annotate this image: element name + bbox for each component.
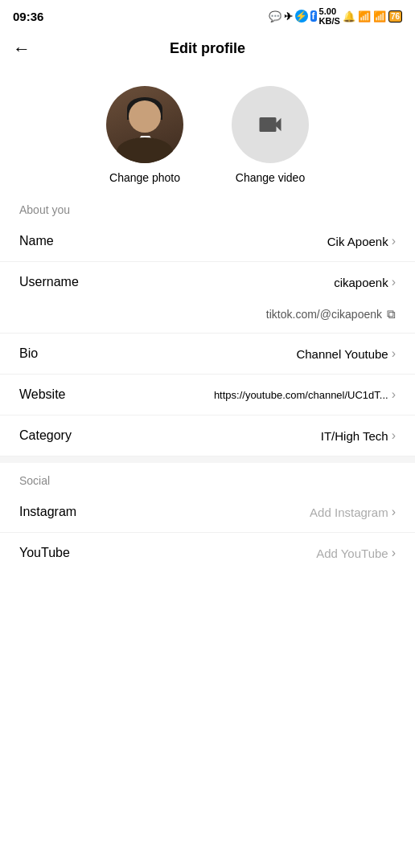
header: ← Edit profile [0, 31, 415, 67]
change-photo-button[interactable]: Change photo [106, 86, 183, 184]
category-chevron: › [392, 428, 396, 443]
youtube-placeholder: Add YouTube [316, 547, 388, 560]
notification-icon: 🔔 [343, 10, 355, 23]
social-section-label: Social [0, 463, 415, 492]
category-value-group: IT/High Tech › [321, 428, 396, 443]
signal-icon: 📶 [373, 10, 386, 23]
status-bar-left: 09:36 [13, 10, 43, 23]
facebook-icon: f [310, 10, 317, 22]
instagram-row[interactable]: Instagram Add Instagram › [0, 492, 415, 533]
website-chevron: › [392, 387, 396, 402]
category-label: Category [19, 428, 72, 443]
name-row[interactable]: Name Cik Apoenk › [0, 221, 415, 262]
tiktok-link: tiktok.com/@cikapoenk ⧉ [266, 307, 396, 321]
wifi-icon: 📶 [358, 10, 371, 23]
username-label: Username [19, 275, 79, 289]
body [117, 137, 173, 163]
name-value: Cik Apoenk [327, 235, 388, 248]
name-label: Name [19, 234, 54, 248]
username-row[interactable]: Username cikapoenk › [0, 262, 415, 302]
telegram-icon: ✈ [284, 10, 293, 23]
name-value-group: Cik Apoenk › [327, 234, 396, 248]
username-value: cikapoenk [334, 276, 388, 289]
category-value: IT/High Tech [321, 429, 388, 443]
copy-icon: ⧉ [387, 307, 396, 321]
youtube-label: YouTube [19, 546, 70, 560]
youtube-row[interactable]: YouTube Add YouTube › [0, 533, 415, 573]
username-value-group: cikapoenk › [334, 275, 396, 289]
data-speed: 5.00KB/S [319, 6, 340, 26]
tiktok-url: tiktok.com/@cikapoenk [266, 308, 382, 321]
status-bar: 09:36 💬 ✈ ⚡ f 5.00KB/S 🔔 📶 📶 76 [0, 0, 415, 31]
category-row[interactable]: Category IT/High Tech › [0, 416, 415, 457]
instagram-value-group: Add Instagram › [310, 505, 396, 519]
youtube-chevron: › [392, 546, 396, 560]
website-value: https://youtube.com/channel/UC1dT... [214, 389, 388, 401]
profile-photo [106, 86, 183, 163]
video-circle [232, 86, 309, 163]
messenger-icon: ⚡ [295, 10, 308, 23]
bio-value-group: Channel Youtube › [296, 346, 396, 361]
whatsapp-icon: 💬 [269, 10, 281, 23]
website-value-group: https://youtube.com/channel/UC1dT... › [214, 387, 396, 402]
website-label: Website [19, 387, 66, 402]
change-photo-label: Change photo [109, 171, 180, 184]
username-chevron: › [392, 275, 396, 289]
head [129, 100, 161, 133]
avatars-section: Change photo Change video [0, 67, 415, 192]
page-title: Edit profile [170, 40, 245, 57]
youtube-value-group: Add YouTube › [316, 546, 396, 560]
video-icon [256, 110, 285, 139]
website-row[interactable]: Website https://youtube.com/channel/UC1d… [0, 375, 415, 416]
section-divider [0, 457, 415, 463]
bio-label: Bio [19, 346, 38, 361]
instagram-placeholder: Add Instagram [310, 506, 388, 519]
back-button[interactable]: ← [13, 39, 31, 59]
about-you-section-label: About you [0, 192, 415, 221]
status-bar-right: 💬 ✈ ⚡ f 5.00KB/S 🔔 📶 📶 76 [269, 6, 402, 26]
change-video-label: Change video [236, 171, 305, 184]
battery-indicator: 76 [388, 10, 402, 23]
status-time: 09:36 [13, 10, 43, 23]
instagram-chevron: › [392, 505, 396, 519]
change-video-button[interactable]: Change video [232, 86, 309, 184]
bio-chevron: › [392, 346, 396, 361]
instagram-label: Instagram [19, 505, 76, 519]
tiktok-link-row[interactable]: tiktok.com/@cikapoenk ⧉ [0, 302, 415, 334]
bio-row[interactable]: Bio Channel Youtube › [0, 334, 415, 375]
name-chevron: › [392, 234, 396, 248]
bio-value: Channel Youtube [296, 347, 388, 361]
